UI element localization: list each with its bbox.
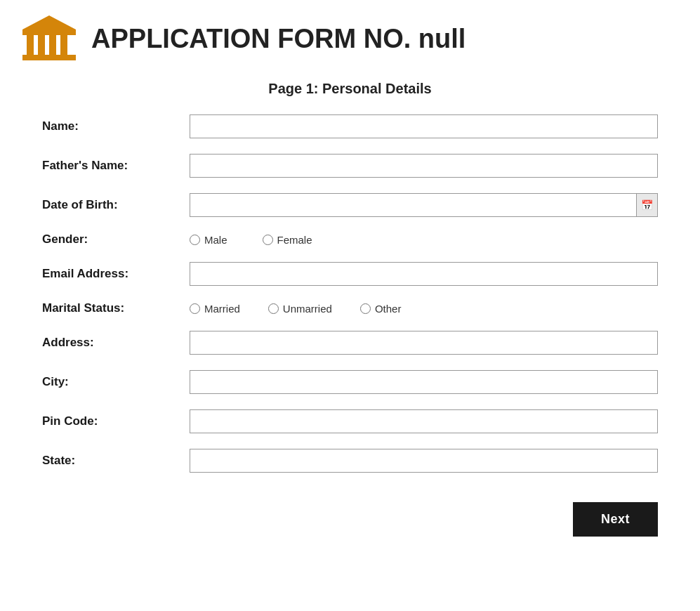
header: APPLICATION FORM NO. null	[0, 0, 700, 70]
gender-male-option[interactable]: Male	[190, 234, 227, 246]
name-row: Name:	[42, 114, 658, 138]
marital-other-option[interactable]: Other	[360, 303, 402, 315]
svg-rect-6	[22, 55, 76, 60]
gender-row: Gender: Male Female	[42, 232, 658, 247]
gender-male-label: Male	[204, 234, 227, 246]
svg-rect-5	[60, 35, 67, 55]
gender-female-radio[interactable]	[263, 235, 273, 245]
dob-row: Date of Birth: 📅	[42, 193, 658, 217]
pincode-label: Pin Code:	[42, 414, 190, 428]
address-row: Address:	[42, 331, 658, 355]
next-button[interactable]: Next	[573, 502, 658, 537]
fathers-name-row: Father's Name:	[42, 154, 658, 178]
gender-male-radio[interactable]	[190, 235, 200, 245]
marital-married-radio[interactable]	[190, 303, 200, 314]
city-row: City:	[42, 370, 658, 394]
calendar-button[interactable]: 📅	[636, 194, 657, 216]
marital-unmarried-radio[interactable]	[268, 303, 279, 314]
page-subtitle: Page 1: Personal Details	[0, 81, 700, 97]
fathers-name-label: Father's Name:	[42, 159, 190, 173]
marital-unmarried-label: Unmarried	[283, 303, 332, 315]
institution-logo-icon	[21, 14, 77, 63]
app-title: APPLICATION FORM NO. null	[91, 24, 465, 54]
name-input[interactable]	[190, 114, 658, 138]
calendar-icon: 📅	[641, 199, 653, 211]
pincode-input[interactable]	[190, 409, 658, 433]
marital-married-option[interactable]: Married	[190, 303, 240, 315]
marital-unmarried-option[interactable]: Unmarried	[268, 303, 332, 315]
marital-radio-group: Married Unmarried Other	[190, 303, 658, 315]
marital-married-label: Married	[204, 303, 240, 315]
dob-label: Date of Birth:	[42, 198, 190, 212]
dob-wrapper: 📅	[190, 193, 658, 217]
state-row: State:	[42, 449, 658, 473]
name-label: Name:	[42, 119, 190, 133]
marital-row: Marital Status: Married Unmarried Other	[42, 301, 658, 315]
gender-female-option[interactable]: Female	[263, 234, 312, 246]
city-label: City:	[42, 375, 190, 389]
email-label: Email Address:	[42, 267, 190, 281]
svg-marker-0	[22, 15, 76, 29]
marital-label: Marital Status:	[42, 301, 190, 315]
svg-rect-2	[27, 35, 34, 55]
state-label: State:	[42, 454, 190, 468]
address-input[interactable]	[190, 331, 658, 355]
marital-other-label: Other	[375, 303, 402, 315]
city-input[interactable]	[190, 370, 658, 394]
svg-rect-1	[22, 29, 76, 35]
form-container: Name: Father's Name: Date of Birth: 📅 Ge…	[0, 114, 700, 565]
pincode-row: Pin Code:	[42, 409, 658, 433]
svg-rect-3	[38, 35, 45, 55]
address-label: Address:	[42, 336, 190, 350]
marital-other-radio[interactable]	[360, 303, 371, 314]
fathers-name-input[interactable]	[190, 154, 658, 178]
next-button-row: Next	[42, 488, 658, 551]
gender-label: Gender:	[42, 232, 190, 247]
svg-rect-4	[49, 35, 56, 55]
gender-radio-group: Male Female	[190, 234, 658, 246]
state-input[interactable]	[190, 449, 658, 473]
gender-female-label: Female	[277, 234, 312, 246]
email-row: Email Address:	[42, 262, 658, 286]
dob-input[interactable]	[190, 194, 636, 216]
email-input[interactable]	[190, 262, 658, 286]
